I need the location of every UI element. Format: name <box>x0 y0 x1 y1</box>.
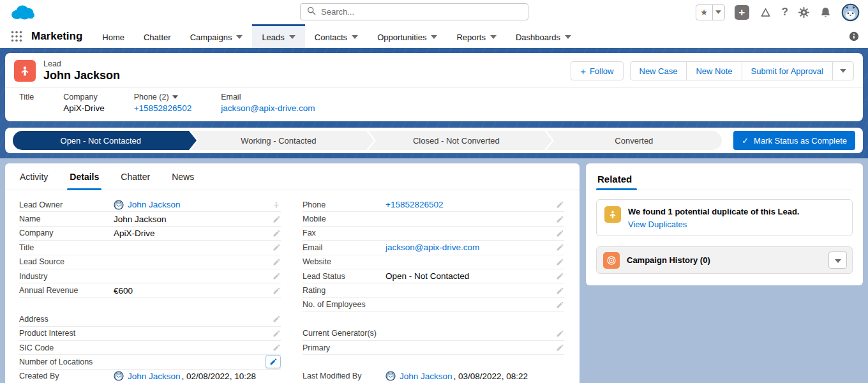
user-link[interactable]: John Jackson <box>400 372 453 381</box>
more-actions-dropdown[interactable] <box>832 61 854 80</box>
compact-field-label[interactable]: Phone (2) <box>134 93 191 101</box>
field-row-current-generator-s: Current Generator(s) <box>303 327 564 341</box>
follow-button[interactable]: + Follow <box>571 61 623 80</box>
nav-tab-leads[interactable]: Leads <box>252 24 304 48</box>
field-label: No. of Employees <box>303 300 385 309</box>
duplicate-alert-message: We found 1 potential duplicate of this L… <box>628 206 799 216</box>
field-label: Lead Owner <box>19 200 114 209</box>
favorites-caret-icon[interactable] <box>713 5 724 20</box>
edit-pencil-icon[interactable] <box>266 215 281 223</box>
field-label: Email <box>303 243 385 252</box>
edit-pencil-icon[interactable] <box>549 272 564 280</box>
nav-tab-label: Chatter <box>144 33 171 42</box>
field-label: Phone <box>303 200 385 209</box>
edit-pencil-icon[interactable] <box>266 272 281 280</box>
nav-tab-reports[interactable]: Reports <box>447 24 506 48</box>
edit-pencil-icon[interactable] <box>266 243 281 252</box>
nav-tab-opportunities[interactable]: Opportunities <box>368 24 447 48</box>
compact-field-company: Company ApiX-Drive <box>63 93 105 114</box>
field-text: John Jackson <box>114 214 167 224</box>
edit-pencil-icon[interactable] <box>549 200 564 209</box>
mark-status-complete-button[interactable]: ✓ Mark Status as Complete <box>733 131 855 150</box>
edit-pencil-icon[interactable] <box>549 343 564 352</box>
campaign-actions-dropdown[interactable] <box>828 252 847 269</box>
path-stage-open-not-contacted[interactable]: Open - Not Contacted <box>13 131 189 150</box>
search-input[interactable] <box>321 7 521 17</box>
global-search[interactable] <box>300 3 528 20</box>
nav-tab-contacts[interactable]: Contacts <box>305 24 368 48</box>
tab-details[interactable]: Details <box>59 163 110 190</box>
field-link[interactable]: +15852826502 <box>385 200 443 209</box>
edit-pencil-icon[interactable] <box>549 215 564 223</box>
edit-pencil-icon[interactable] <box>266 287 281 295</box>
user-link[interactable]: John Jackson <box>128 200 181 209</box>
edit-pencil-icon[interactable] <box>549 243 564 252</box>
nav-tab-chatter[interactable]: Chatter <box>134 24 181 48</box>
chevron-down-icon <box>236 35 243 39</box>
user-avatar <box>385 371 396 381</box>
user-link[interactable]: John Jackson <box>128 372 181 381</box>
nav-info-icon[interactable] <box>849 31 859 41</box>
new-note-button[interactable]: New Note <box>686 61 742 80</box>
global-actions-icon[interactable]: + <box>735 5 749 20</box>
chevron-down-icon <box>172 95 178 99</box>
edit-pencil-icon[interactable] <box>549 229 564 237</box>
field-row-phone: Phone +15852826502 <box>303 198 564 212</box>
edit-pencil-icon[interactable] <box>266 229 281 237</box>
compact-field-label: Email <box>221 93 315 101</box>
field-label: Created By <box>19 372 114 380</box>
tab-activity[interactable]: Activity <box>9 163 59 190</box>
plus-icon: + <box>580 66 586 76</box>
edit-pencil-icon[interactable] <box>266 315 281 323</box>
tab-related[interactable]: Related <box>596 171 633 190</box>
field-text: ApiX-Drive <box>114 229 155 238</box>
nav-tab-dashboards[interactable]: Dashboards <box>506 24 581 48</box>
edit-pencil-icon[interactable] <box>549 301 564 309</box>
duplicate-lead-icon <box>604 206 621 223</box>
change-owner-icon[interactable] <box>266 200 281 209</box>
compact-field-title: Title <box>19 93 34 114</box>
compact-field-label: Title <box>19 93 34 101</box>
edit-pencil-icon[interactable] <box>549 258 564 266</box>
field-row-lead-owner: Lead Owner John Jackson <box>19 198 281 212</box>
compact-field-value[interactable]: +15852826502 <box>134 103 191 114</box>
record-compact-fields: Title Company ApiX-Drive Phone (2) +1585… <box>5 87 863 121</box>
new-case-button[interactable]: New Case <box>630 61 687 80</box>
action-button-group: New CaseNew NoteSubmit for Approval <box>630 61 855 80</box>
help-icon[interactable]: ? <box>782 6 788 19</box>
field-link[interactable]: jackson@apix-drive.com <box>385 243 479 252</box>
edit-pencil-icon[interactable] <box>549 329 564 338</box>
user-avatar <box>114 371 124 381</box>
tab-label: Chatter <box>121 172 150 182</box>
notifications-bell-icon[interactable] <box>819 6 832 19</box>
submit-for-approval-button[interactable]: Submit for Approval <box>742 61 833 80</box>
edit-pencil-icon[interactable] <box>266 329 281 338</box>
path-stage-working-contacted[interactable]: Working - Contacted <box>191 131 367 150</box>
path-stage-converted[interactable]: Converted <box>546 131 722 150</box>
field-text: €600 <box>114 286 133 296</box>
field-row-spacer <box>303 355 564 369</box>
edit-pencil-icon[interactable] <box>266 343 281 352</box>
field-label: Title <box>19 243 114 252</box>
profile-avatar[interactable] <box>841 3 860 22</box>
edit-pencil-icon[interactable] <box>266 258 281 266</box>
nav-tab-campaigns[interactable]: Campaigns <box>181 24 253 48</box>
campaign-history-card[interactable]: Campaign History (0) <box>596 246 853 274</box>
nav-tab-home[interactable]: Home <box>93 24 134 48</box>
view-duplicates-link[interactable]: View Duplicates <box>628 220 799 229</box>
field-value: John Jackson, 02/08/2022, 10:28 <box>114 371 266 381</box>
favorites-star-icon[interactable]: ★ <box>696 5 713 20</box>
compact-field-value[interactable]: jackson@apix-drive.com <box>221 103 315 114</box>
tab-chatter[interactable]: Chatter <box>110 163 161 190</box>
path-stage-closed-not-converted[interactable]: Closed - Not Converted <box>368 131 544 150</box>
setup-gear-icon[interactable] <box>798 6 810 19</box>
tab-label: Details <box>70 172 99 182</box>
edit-pencil-button[interactable] <box>266 355 281 368</box>
app-launcher-icon[interactable] <box>10 30 23 43</box>
edit-pencil-icon[interactable] <box>549 287 564 295</box>
guidance-center-icon[interactable] <box>759 6 772 19</box>
field-label: Current Generator(s) <box>303 329 385 338</box>
button-label: Submit for Approval <box>751 66 823 76</box>
tab-news[interactable]: News <box>161 163 205 190</box>
record-hero-band: Lead John Jackson + Follow New CaseNew N… <box>0 48 868 158</box>
